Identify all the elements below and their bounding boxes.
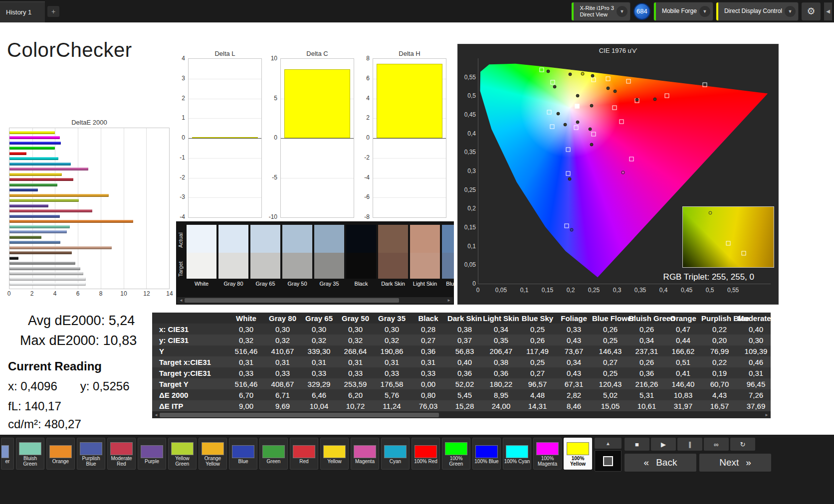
loop-button[interactable]: ↻: [730, 438, 755, 451]
target-marker: [620, 119, 624, 124]
measured-point: [581, 72, 585, 75]
continuous-button[interactable]: ∞: [704, 438, 729, 451]
patch-button-100-green[interactable]: 100% Green: [442, 438, 470, 470]
table-cell: 7,26: [738, 391, 771, 399]
patch-label: Bluish Green: [16, 456, 44, 467]
table-cell: 0,30: [374, 325, 410, 334]
table-cell: 0,32: [337, 336, 374, 344]
patch-button-yellow-green[interactable]: Yellow Green: [168, 438, 197, 470]
delta-c-y-axis: 1050-5-10: [265, 58, 278, 217]
tab-history-1[interactable]: History 1: [0, 1, 45, 22]
patch-button-green[interactable]: Green: [259, 438, 288, 470]
display-control-dropdown[interactable]: Direct Display Control ▼: [716, 2, 798, 20]
stop-button[interactable]: ■: [625, 438, 649, 451]
de-bar-light-skin: [9, 246, 112, 249]
cie-zoom-inset: [682, 206, 774, 267]
swatch-scrollbar[interactable]: ◄ ►: [177, 297, 453, 304]
table-cell: 0,33: [374, 369, 410, 377]
patch-button-orange[interactable]: Orange: [46, 438, 75, 470]
back-button[interactable]: « Back: [625, 454, 696, 472]
scroll-right-icon[interactable]: ►: [763, 413, 770, 417]
target-marker: [591, 77, 596, 82]
de-bar-red: [9, 178, 73, 181]
patch-button-yellow[interactable]: Yellow: [320, 438, 349, 470]
table-cell: 76,99: [701, 347, 738, 355]
control-name: Direct Display Control: [724, 8, 782, 14]
add-tab-button[interactable]: +: [47, 6, 59, 17]
y-tick-label: 0,1: [467, 243, 476, 250]
actual-swatch: [314, 225, 344, 253]
patch-button-100-red[interactable]: 100% Red: [412, 438, 440, 470]
compare-swatch-gray-50: Gray 50: [282, 225, 314, 287]
target-swatch: [442, 253, 454, 279]
table-cell: 0,28: [410, 325, 446, 334]
patch-button-100-cyan[interactable]: 100% Cyan: [503, 438, 531, 470]
scroll-thumb[interactable]: [185, 298, 399, 303]
table-cell: 0,27: [410, 336, 446, 344]
column-header: Black: [410, 314, 446, 323]
scroll-right-icon[interactable]: ►: [445, 298, 452, 303]
patch-button-blue[interactable]: Blue: [229, 438, 257, 470]
patch-swatch: [536, 442, 559, 455]
patch-button-100-yellow[interactable]: 100% Yellow: [564, 438, 592, 470]
next-button[interactable]: Next »: [699, 454, 771, 472]
scroll-thumb[interactable]: [160, 413, 439, 417]
target-marker: [564, 223, 569, 228]
row-label: x: CIE31: [152, 325, 228, 334]
reading-xy: x: 0,4096 y: 0,5256: [8, 379, 168, 393]
y-tick-label: -1: [180, 154, 185, 161]
patch-button-moderate-red[interactable]: Moderate Red: [107, 438, 136, 470]
table-cell: 0,36: [410, 347, 446, 355]
table-cell: 146,43: [592, 347, 628, 355]
actual-swatch: [250, 225, 280, 253]
pause-button[interactable]: ∥: [677, 438, 702, 451]
table-cell: 206,47: [483, 347, 519, 355]
settings-gear-icon[interactable]: ⚙: [802, 2, 821, 20]
display-window-button[interactable]: [595, 450, 622, 472]
table-cell: 8,46: [556, 402, 592, 410]
patch-button-er[interactable]: er: [1, 438, 14, 470]
y-tick-label: 2: [182, 95, 185, 102]
meter-dropdown[interactable]: X-Rite i1Pro 3 Direct View ▼: [572, 2, 629, 20]
patch-button-orange-yellow[interactable]: Orange Yellow: [199, 438, 227, 470]
table-cell: 339,30: [301, 347, 337, 355]
play-button[interactable]: ▶: [651, 438, 676, 451]
expand-up-icon[interactable]: ▲: [595, 438, 622, 449]
de-bar-orange-yellow: [9, 194, 109, 197]
table-cell: 0,33: [301, 369, 337, 377]
collapse-panel-icon[interactable]: ◀: [824, 2, 832, 20]
patch-button-bluish-green[interactable]: Bluish Green: [16, 438, 44, 470]
gridline: [189, 118, 261, 119]
patch-label: Orange Yellow: [199, 456, 226, 467]
column-header: Gray 35: [374, 314, 410, 323]
patch-label: Moderate Red: [108, 456, 135, 467]
de-bar-100-magenta: [9, 136, 60, 139]
patch-button-red[interactable]: Red: [290, 438, 318, 470]
de-bar-green: [9, 183, 57, 186]
scroll-left-icon[interactable]: ◄: [178, 298, 185, 303]
target-marker: [566, 148, 570, 152]
target-marker: [547, 110, 552, 114]
patch-button-cyan[interactable]: Cyan: [381, 438, 410, 470]
table-cell: 0,32: [301, 336, 337, 344]
table-cell: 0,46: [738, 358, 771, 366]
de-bar-100-red: [9, 152, 26, 155]
patch-button-magenta[interactable]: Magenta: [351, 438, 379, 470]
table-cell: 0,25: [519, 358, 556, 366]
table-row: y: CIE310,320,320,320,320,320,270,370,35…: [152, 335, 771, 345]
scroll-left-icon[interactable]: ◄: [153, 413, 160, 417]
table-scrollbar[interactable]: ◄ ►: [152, 411, 771, 418]
table-cell: 8,95: [483, 391, 519, 399]
measured-point: [568, 177, 572, 180]
patch-button-100-blue[interactable]: 100% Blue: [472, 438, 501, 470]
table-cell: 0,47: [665, 325, 701, 334]
de-bar-white: [9, 283, 86, 286]
column-header: Gray 50: [337, 314, 374, 323]
target-swatch: [250, 253, 280, 279]
gridline: [373, 178, 446, 178]
patch-button-purplish-blue[interactable]: Purplish Blue: [77, 438, 105, 470]
patch-button-purple[interactable]: Purple: [138, 438, 166, 470]
patch-button-100-magenta[interactable]: 100% Magenta: [533, 438, 562, 470]
source-dropdown[interactable]: Mobile Forge ▼: [654, 2, 713, 20]
deltae2000-chart-title: DeltaE 2000: [9, 119, 170, 128]
